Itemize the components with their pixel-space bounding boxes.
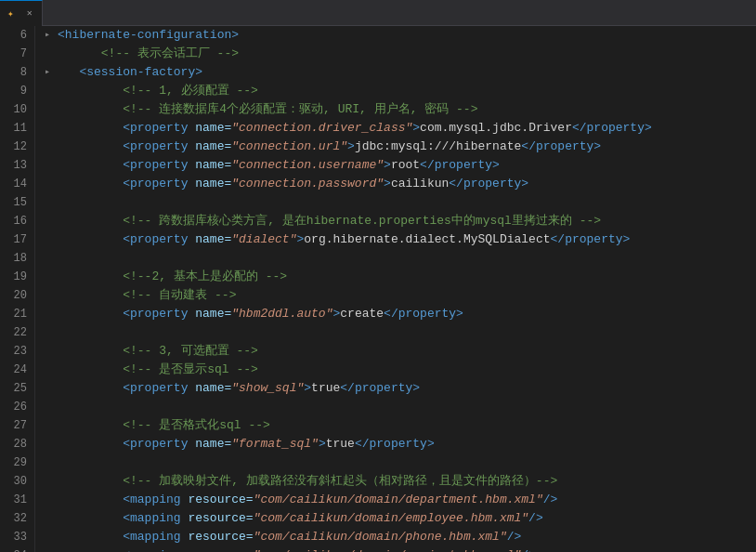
xml-comment: <!-- 表示会话工厂 --> (101, 45, 239, 63)
line-number: 14 (4, 175, 27, 193)
xml-tag: <property (123, 230, 195, 249)
attr-name: name= (195, 305, 231, 323)
attr-value: "com/cailikun/domain/project.hbm.xml" (254, 546, 522, 552)
fold-icon (45, 100, 56, 119)
xml-tag: <property (123, 138, 195, 156)
attr-value: "com/cailikun/domain/department.hbm.xml" (254, 491, 543, 509)
xml-tag: > (296, 230, 304, 249)
xml-tag: > (412, 119, 420, 138)
attr-value: "connection.password" (231, 175, 384, 193)
text-content: cailikun (391, 175, 449, 193)
xml-tag: <property (123, 435, 195, 453)
attr-name: name= (195, 119, 231, 138)
xml-tag: > (384, 175, 391, 193)
xml-comment: <!--2, 基本上是必配的 --> (123, 268, 287, 286)
attr-name: resource= (188, 528, 253, 546)
xml-tag: </property> (355, 435, 435, 453)
tab-bar: ✦ ✕ (0, 0, 756, 26)
text-content: jdbc:mysql:///hibernate (355, 138, 521, 156)
xml-comment: <!-- 加载映射文件, 加载路径没有斜杠起头（相对路径，且是文件的路径）--> (123, 472, 557, 491)
line-number: 33 (4, 528, 27, 546)
xml-comment: <!-- 跨数据库核心类方言, 是在hibernate.properties中的… (123, 212, 601, 230)
xml-tag: /> (528, 509, 543, 528)
fold-icon (45, 249, 56, 268)
code-line: ▸ <session-factory> (45, 63, 756, 82)
line-number: 6 (4, 26, 27, 45)
code-line: <property name="connection.username">roo… (45, 156, 756, 175)
xml-tag: <mapping (123, 546, 188, 552)
line-number: 15 (4, 193, 27, 212)
fold-icon (45, 453, 56, 472)
file-tab[interactable]: ✦ ✕ (0, 0, 43, 26)
code-line (45, 453, 756, 472)
xml-comment: <!-- 1, 必须配置 --> (123, 82, 258, 100)
xml-tag: /> (507, 528, 522, 546)
code-line: <!--2, 基本上是必配的 --> (45, 268, 756, 286)
attr-name: name= (195, 138, 231, 156)
line-number: 29 (4, 453, 27, 472)
code-line: <property name="connection.password">cai… (45, 175, 756, 193)
editor-container: 6789101112131415161718192021222324252627… (0, 26, 756, 552)
fold-icon (45, 175, 56, 193)
fold-icon (45, 82, 56, 100)
tab-close-button[interactable]: ✕ (25, 7, 34, 20)
code-line: <!-- 自动建表 --> (45, 286, 756, 305)
code-line: <!-- 加载映射文件, 加载路径没有斜杠起头（相对路径，且是文件的路径）--> (45, 472, 756, 491)
code-line: <mapping resource="com/cailikun/domain/p… (45, 546, 756, 552)
fold-icon[interactable]: ▸ (45, 26, 56, 45)
line-number: 18 (4, 249, 27, 268)
code-line: <property name="format_sql">true</proper… (45, 435, 756, 453)
line-number: 12 (4, 138, 27, 156)
xml-tag: <property (123, 379, 195, 398)
line-number: 7 (4, 45, 27, 63)
text-content: org.hibernate.dialect.MySQLDialect (304, 230, 550, 249)
xml-tag: <session-factory> (79, 63, 202, 82)
attr-name: name= (195, 175, 231, 193)
code-line: <!-- 是否显示sql --> (45, 361, 756, 379)
code-line: <!-- 1, 必须配置 --> (45, 82, 756, 100)
line-number: 27 (4, 416, 27, 435)
code-line: ▸<hibernate-configuration> (45, 26, 756, 45)
line-number: 20 (4, 286, 27, 305)
line-number: 25 (4, 379, 27, 398)
xml-tag: </property> (340, 379, 420, 398)
attr-name: resource= (188, 491, 253, 509)
xml-tag: <hibernate-configuration> (58, 26, 239, 45)
xml-tag: </property> (521, 138, 601, 156)
xml-tag: > (332, 305, 340, 323)
code-area[interactable]: ▸<hibernate-configuration> <!-- 表示会话工厂 -… (35, 26, 756, 552)
xml-tag: <property (123, 119, 195, 138)
xml-comment: <!-- 是否格式化sql --> (123, 416, 270, 435)
attr-value: "com/cailikun/domain/phone.hbm.xml" (254, 528, 507, 546)
code-line: <!-- 跨数据库核心类方言, 是在hibernate.properties中的… (45, 212, 756, 230)
line-number: 30 (4, 472, 27, 491)
fold-icon (45, 472, 56, 491)
fold-icon (45, 305, 56, 323)
fold-icon (45, 156, 56, 175)
code-line: <property name="show_sql">true</property… (45, 379, 756, 398)
attr-name: name= (195, 156, 231, 175)
xml-tag: </property> (572, 119, 652, 138)
xml-comment: <!-- 连接数据库4个必须配置：驱动, URI, 用户名, 密码 --> (123, 100, 477, 119)
fold-icon (45, 509, 56, 528)
line-number: 11 (4, 119, 27, 138)
fold-icon (45, 193, 56, 212)
xml-tag: </property> (384, 305, 463, 323)
fold-icon[interactable]: ▸ (45, 63, 56, 82)
attr-value: "format_sql" (231, 435, 319, 453)
xml-tag: </property> (449, 175, 528, 193)
xml-tag: <property (123, 156, 195, 175)
code-line: <mapping resource="com/cailikun/domain/p… (45, 528, 756, 546)
attr-value: "connection.username" (231, 156, 384, 175)
code-line: <property name="dialect">org.hibernate.d… (45, 230, 756, 249)
attr-value: "hbm2ddl.auto" (231, 305, 332, 323)
xml-icon: ✦ (7, 7, 14, 20)
line-number: 8 (4, 63, 27, 82)
line-number: 16 (4, 212, 27, 230)
code-line: <!-- 3, 可选配置 --> (45, 342, 756, 361)
line-numbers: 6789101112131415161718192021222324252627… (0, 26, 35, 552)
xml-tag: > (384, 156, 391, 175)
line-number: 13 (4, 156, 27, 175)
attr-value: "connection.driver_class" (231, 119, 412, 138)
code-line: <!-- 连接数据库4个必须配置：驱动, URI, 用户名, 密码 --> (45, 100, 756, 119)
